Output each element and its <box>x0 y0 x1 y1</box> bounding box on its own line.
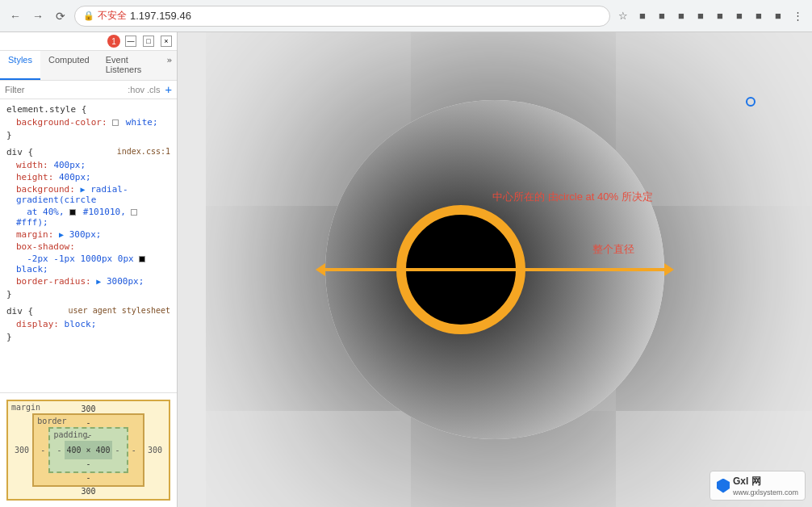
page-content: 中心所在的 由circle at 40% 所决定 整个直径 Gxl 网 www.… <box>178 32 812 507</box>
css-selector-div: div { index.css:1 <box>0 145 177 159</box>
color-swatch[interactable] <box>112 119 119 126</box>
padding-left: - <box>53 446 65 455</box>
css-code: element.style { background-color: white;… <box>0 99 177 392</box>
css-rule-close: } <box>0 128 177 142</box>
cursor-icon <box>746 97 755 107</box>
ext3-icon[interactable]: ■ <box>673 8 689 24</box>
logo-badge: Gxl 网 www.gxlsystem.com <box>709 471 806 501</box>
tab-event-listeners[interactable]: Event Listeners <box>98 51 162 80</box>
restore-button[interactable]: □ <box>143 36 154 47</box>
lock-icon: 🔒 <box>83 10 94 21</box>
logo-text: Gxl 网 www.gxlsystem.com <box>733 475 798 497</box>
prop-height: height: 400px; <box>0 171 177 183</box>
padding-right: - <box>112 446 123 455</box>
error-badge: 1 <box>107 35 120 48</box>
prop-background: background: ▶ radial-gradient(circle <box>0 183 177 206</box>
tab-more[interactable]: » <box>161 51 177 80</box>
css-rule-element-style: element.style { background-color: white;… <box>0 103 177 142</box>
diameter-annotation: 整个直径 <box>592 242 634 257</box>
black-hole-container <box>325 100 664 439</box>
prop-display: display: block; <box>0 318 177 330</box>
box-outer-margin: margin 300 300 border - - padding- - <box>6 400 170 501</box>
forward-button[interactable]: → <box>29 7 47 25</box>
tab-computed[interactable]: Computed <box>40 51 98 80</box>
box-content[interactable]: 400 × 400 <box>65 441 111 459</box>
prop-box-shadow-label: box-shadow: <box>0 241 177 253</box>
css-rule-useragent: div { user agent stylesheet display: blo… <box>0 304 177 344</box>
prop-margin: margin: ▶ 300px; <box>0 228 177 241</box>
border-label: border <box>37 417 66 425</box>
devtools-controls: — □ × <box>125 36 172 47</box>
padding-label: padding- <box>53 430 92 439</box>
margin-row: 300 border - - padding- - - 400 × 400 <box>11 413 165 487</box>
margin-left-val: 300 <box>11 446 32 455</box>
css-rule-div-close: } <box>0 287 177 301</box>
main-area: 1 — □ × Styles Computed Event Listeners … <box>0 32 812 507</box>
address-text: 1.197.159.46 <box>130 10 191 22</box>
diameter-arrow-line <box>325 268 664 271</box>
ext8-icon[interactable]: ■ <box>770 8 786 24</box>
devtools-panel: 1 — □ × Styles Computed Event Listeners … <box>0 32 178 507</box>
ext4-icon[interactable]: ■ <box>693 8 709 24</box>
add-style-button[interactable]: + <box>165 83 172 96</box>
box-padding: padding- - - 400 × 400 - - <box>48 427 128 473</box>
ext1-icon[interactable]: ■ <box>634 8 651 24</box>
browser-chrome: ← → ⟳ 🔒 不安全 1.197.159.46 ☆ ■ ■ ■ ■ ■ ■ ■… <box>0 0 812 32</box>
radius-arrow[interactable]: ▶ <box>96 277 101 286</box>
ext7-icon[interactable]: ■ <box>751 8 767 24</box>
ext6-icon[interactable]: ■ <box>731 8 747 24</box>
css-source[interactable]: index.css:1 <box>117 147 170 156</box>
css-prop-bg-color: background-color: white; <box>0 116 177 128</box>
ext2-icon[interactable]: ■ <box>654 8 670 24</box>
filter-bar: :hov .cls + <box>0 81 177 99</box>
black-swatch[interactable] <box>139 256 145 262</box>
close-devtools-button[interactable]: × <box>161 36 172 47</box>
tab-styles[interactable]: Styles <box>0 51 40 80</box>
filter-hints: :hov .cls <box>128 85 160 94</box>
css-selector-ua: div { user agent stylesheet <box>0 304 177 318</box>
box-model-section: margin 300 300 border - - padding- - <box>0 392 177 507</box>
margin-right-val: 300 <box>144 446 165 455</box>
devtools-titlebar: 1 — □ × <box>0 32 177 51</box>
css-rule-div: div { index.css:1 width: 400px; height: … <box>0 145 177 301</box>
prop-val: white; <box>126 117 158 128</box>
padding-row: - 400 × 400 - <box>53 441 123 459</box>
prop-name: background-color: <box>16 117 107 128</box>
unsafe-label: 不安全 <box>98 9 127 23</box>
margin-bottom-val: 300 <box>11 487 165 496</box>
white-swatch[interactable] <box>131 209 137 216</box>
address-bar[interactable]: 🔒 不安全 1.197.159.46 <box>74 6 610 27</box>
logo-shield-icon <box>717 479 730 493</box>
css-rule-ua-close: } <box>0 330 177 344</box>
ua-source: user agent stylesheet <box>69 306 170 315</box>
margin-arrow[interactable]: ▶ <box>59 230 64 239</box>
filter-input[interactable] <box>5 85 123 94</box>
border-bottom: - <box>37 473 139 482</box>
margin-label: margin <box>11 403 40 412</box>
prop-width: width: 400px; <box>0 159 177 171</box>
border-row: - padding- - - 400 × 400 - - <box>37 427 139 473</box>
gradient-arrow[interactable]: ▶ <box>80 185 85 194</box>
menu-icon[interactable]: ⋮ <box>789 8 806 24</box>
prop-background-val2: at 40%, #101010, #fff); <box>0 206 177 228</box>
center-annotation: 中心所在的 由circle at 40% 所决定 <box>492 190 653 204</box>
border-right: - <box>128 446 140 455</box>
star-icon[interactable]: ☆ <box>615 8 631 24</box>
minimize-button[interactable]: — <box>125 36 136 47</box>
prop-border-radius: border-radius: ▶ 3000px; <box>0 275 177 287</box>
logo-name: Gxl 网 <box>733 475 798 488</box>
ext5-icon[interactable]: ■ <box>712 8 728 24</box>
logo-subtext: www.gxlsystem.com <box>733 488 798 497</box>
padding-bottom: - <box>53 459 123 468</box>
back-button[interactable]: ← <box>6 7 24 25</box>
dark-swatch[interactable] <box>69 209 76 216</box>
css-selector: element.style { <box>0 103 177 116</box>
box-border: border - - padding- - - 400 × 400 - <box>32 413 144 487</box>
refresh-button[interactable]: ⟳ <box>52 7 69 25</box>
border-left: - <box>37 446 48 455</box>
devtools-tabs: Styles Computed Event Listeners » <box>0 51 177 81</box>
toolbar-right: ☆ ■ ■ ■ ■ ■ ■ ■ ■ ⋮ <box>615 8 806 24</box>
prop-box-shadow-val: -2px -1px 1000px 0px black; <box>0 253 177 275</box>
